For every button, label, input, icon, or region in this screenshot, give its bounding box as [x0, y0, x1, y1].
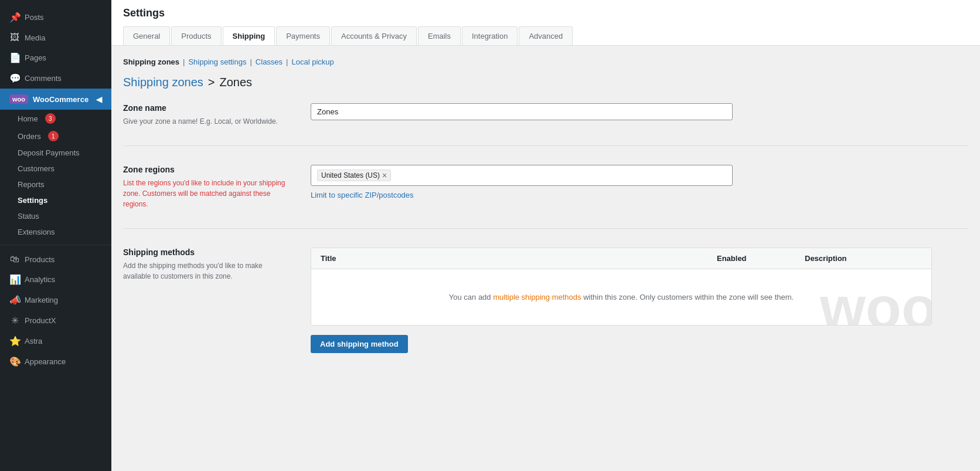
sub-nav: Shipping zones | Shipping settings | Cla…	[123, 57, 968, 66]
woo-watermark: woo	[820, 278, 932, 326]
sidebar-item-woocommerce[interactable]: woo WooCommerce ◀	[0, 89, 111, 110]
zone-regions-section: Zone regions List the regions you'd like…	[123, 165, 968, 229]
methods-table-header: Title Enabled Description	[311, 248, 931, 269]
sidebar-item-appearance[interactable]: 🎨 Appearance	[0, 351, 111, 372]
zone-name-section: Zone name Give your zone a name! E.g. Lo…	[123, 103, 968, 146]
content-area: Shipping zones | Shipping settings | Cla…	[111, 46, 980, 402]
analytics-icon: 📊	[9, 274, 20, 285]
breadcrumb-separator: >	[208, 76, 215, 89]
sidebar-sub-home[interactable]: Home 3	[0, 110, 111, 127]
sidebar-item-analytics[interactable]: 📊 Analytics	[0, 269, 111, 290]
sidebar-item-media[interactable]: 🖼 Media	[0, 28, 111, 48]
products-icon: 🛍	[9, 254, 20, 265]
zone-name-desc: Give your zone a name! E.g. Local, or Wo…	[123, 116, 287, 127]
zone-regions-title: Zone regions	[123, 165, 287, 174]
tab-accounts-privacy[interactable]: Accounts & Privacy	[331, 26, 417, 45]
posts-icon: 📌	[9, 12, 20, 23]
sidebar-sub-deposit[interactable]: Deposit Payments	[0, 145, 111, 161]
sidebar-item-pages[interactable]: 📄 Pages	[0, 48, 111, 68]
sidebar-sub-status[interactable]: Status	[0, 208, 111, 224]
add-shipping-method-button[interactable]: Add shipping method	[311, 335, 408, 353]
zone-name-title: Zone name	[123, 103, 287, 113]
tabs: General Products Shipping Payments Accou…	[123, 26, 968, 45]
sidebar-sub-reports[interactable]: Reports	[0, 177, 111, 192]
marketing-icon: 📣	[9, 294, 20, 306]
zone-region-tag-us: United States (US) ×	[317, 170, 391, 181]
sidebar: 📌 Posts 🖼 Media 📄 Pages 💬 Comments woo W…	[0, 0, 111, 471]
limit-zip-link[interactable]: Limit to specific ZIP/postcodes	[311, 191, 414, 199]
sub-nav-local-pickup[interactable]: Local pickup	[292, 57, 334, 66]
sub-nav-shipping-settings[interactable]: Shipping settings	[188, 57, 246, 66]
tab-products[interactable]: Products	[171, 26, 221, 45]
tab-emails[interactable]: Emails	[418, 26, 461, 45]
sub-nav-classes[interactable]: Classes	[256, 57, 283, 66]
shipping-methods-table: Title Enabled Description You can add mu…	[311, 248, 932, 326]
zone-regions-label-col: Zone regions List the regions you'd like…	[123, 165, 287, 209]
sidebar-item-marketing[interactable]: 📣 Marketing	[0, 290, 111, 310]
shipping-methods-section: Shipping methods Add the shipping method…	[123, 248, 968, 372]
zone-regions-desc: List the regions you'd like to include i…	[123, 178, 287, 209]
header-title: Title	[321, 254, 717, 263]
sub-nav-shipping-zones[interactable]: Shipping zones	[123, 57, 179, 66]
breadcrumb-current: Zones	[219, 76, 252, 89]
sidebar-sub-customers[interactable]: Customers	[0, 161, 111, 177]
sidebar-item-posts[interactable]: 📌 Posts	[0, 7, 111, 28]
zone-name-field-col	[311, 103, 968, 127]
page-header: Settings General Products Shipping Payme…	[111, 0, 980, 46]
comments-icon: 💬	[9, 73, 20, 84]
remove-us-tag[interactable]: ×	[382, 171, 387, 179]
header-enabled: Enabled	[717, 254, 805, 263]
appearance-icon: 🎨	[9, 356, 20, 367]
methods-empty-text: You can add multiple shipping methods wi…	[449, 293, 794, 301]
tab-integration[interactable]: Integration	[462, 26, 518, 45]
woo-arrow-icon: ◀	[96, 95, 102, 104]
astra-icon: ⭐	[9, 336, 20, 347]
breadcrumb: Shipping zones > Zones	[123, 76, 968, 89]
zone-regions-input[interactable]: United States (US) ×	[311, 165, 733, 186]
sidebar-sub-settings[interactable]: Settings	[0, 192, 111, 208]
tab-advanced[interactable]: Advanced	[519, 26, 573, 45]
main-content: Settings General Products Shipping Payme…	[111, 0, 980, 471]
shipping-methods-desc: Add the shipping methods you'd like to m…	[123, 260, 287, 282]
methods-empty-state: You can add multiple shipping methods wi…	[311, 269, 931, 325]
shipping-methods-field-col: Title Enabled Description You can add mu…	[311, 248, 968, 353]
zone-name-input[interactable]	[311, 103, 733, 120]
sidebar-item-products[interactable]: 🛍 Products	[0, 249, 111, 269]
tab-shipping[interactable]: Shipping	[223, 26, 275, 45]
media-icon: 🖼	[9, 32, 20, 43]
tab-payments[interactable]: Payments	[276, 26, 330, 45]
sidebar-sub-orders[interactable]: Orders 1	[0, 127, 111, 145]
header-description: Description	[805, 254, 922, 263]
breadcrumb-link[interactable]: Shipping zones	[123, 76, 203, 89]
zone-regions-field-col: United States (US) × Limit to specific Z…	[311, 165, 968, 209]
sidebar-item-astra[interactable]: ⭐ Astra	[0, 331, 111, 351]
shipping-methods-title: Shipping methods	[123, 248, 287, 257]
productx-icon: ✳	[9, 315, 20, 326]
sidebar-item-comments[interactable]: 💬 Comments	[0, 68, 111, 89]
page-title: Settings	[123, 7, 968, 19]
woo-icon: woo	[9, 94, 28, 104]
sidebar-item-productx[interactable]: ✳ ProductX	[0, 310, 111, 331]
pages-icon: 📄	[9, 52, 20, 63]
shipping-methods-label-col: Shipping methods Add the shipping method…	[123, 248, 287, 353]
sidebar-sub-extensions[interactable]: Extensions	[0, 224, 111, 240]
zone-name-label-col: Zone name Give your zone a name! E.g. Lo…	[123, 103, 287, 127]
tab-general[interactable]: General	[123, 26, 170, 45]
